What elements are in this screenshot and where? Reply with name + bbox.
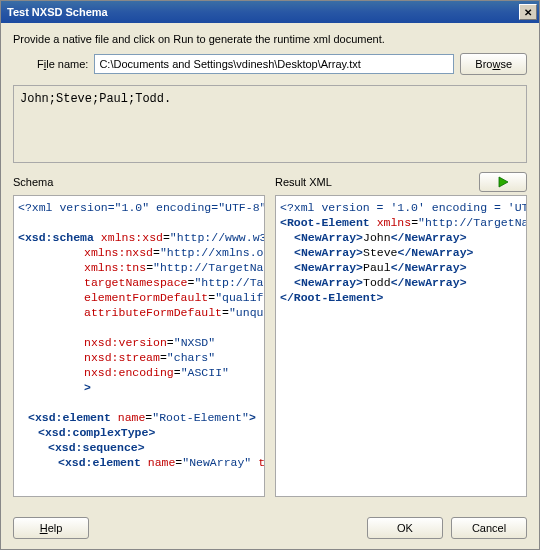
instruction-text: Provide a native file and click on Run t…: [13, 33, 527, 45]
title-bar: Test NXSD Schema ✕: [1, 1, 539, 23]
panels-row: Schema <?xml version="1.0" encoding="UTF…: [13, 171, 527, 497]
play-icon: [497, 176, 509, 188]
svg-marker-0: [499, 177, 508, 187]
run-button[interactable]: [479, 172, 527, 192]
close-icon: ✕: [524, 7, 532, 18]
dialog-window: Test NXSD Schema ✕ Provide a native file…: [0, 0, 540, 550]
schema-label: Schema: [13, 176, 53, 188]
result-header: Result XML: [275, 171, 527, 193]
file-name-row: File name: Browse: [13, 53, 527, 75]
file-name-label: File name:: [37, 58, 88, 70]
window-title: Test NXSD Schema: [7, 6, 108, 18]
schema-header: Schema: [13, 171, 265, 193]
result-label: Result XML: [275, 176, 332, 188]
cancel-button[interactable]: Cancel: [451, 517, 527, 539]
dialog-content: Provide a native file and click on Run t…: [1, 23, 539, 507]
close-button[interactable]: ✕: [519, 4, 537, 20]
schema-panel: Schema <?xml version="1.0" encoding="UTF…: [13, 171, 265, 497]
button-bar-right: OK Cancel: [367, 517, 527, 539]
file-content-text: John;Steve;Paul;Todd.: [20, 92, 171, 106]
schema-code-box[interactable]: <?xml version="1.0" encoding="UTF-8" ?><…: [13, 195, 265, 497]
ok-button[interactable]: OK: [367, 517, 443, 539]
button-bar: Help OK Cancel: [1, 507, 539, 549]
help-button[interactable]: Help: [13, 517, 89, 539]
result-panel: Result XML <?xml version = '1.0' encodin…: [275, 171, 527, 497]
file-content-box[interactable]: John;Steve;Paul;Todd.: [13, 85, 527, 163]
result-code-box[interactable]: <?xml version = '1.0' encoding = 'UTF-8'…: [275, 195, 527, 497]
browse-button[interactable]: Browse: [460, 53, 527, 75]
file-name-input[interactable]: [94, 54, 454, 74]
